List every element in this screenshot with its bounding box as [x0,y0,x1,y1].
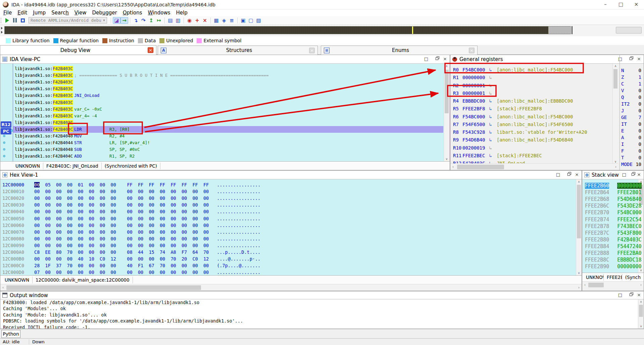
register-row[interactable]: R1000200019↳ [450,144,612,152]
hex-hscrollbar[interactable]: ‹ › [0,284,582,291]
stack-row[interactable]: FFEE2B64FFEE2B01 [582,189,644,196]
stack-row[interactable]: FFEE2B6CF543DE28 [582,203,644,209]
disasm-line[interactable]: libjavandk1.so:F42B4044STRLR, [SP,#var_4… [13,139,443,146]
stack-row[interactable]: FFEE2B78F743BEC0 [582,223,644,230]
flag-row[interactable]: A0 [620,134,644,141]
menu-item-view[interactable]: View [75,10,87,16]
menu-item-search[interactable]: Search [51,10,69,16]
stack-row[interactable]: FFEE2B9000000000 [582,263,644,270]
menu-item-file[interactable]: File [3,10,12,16]
hex-row[interactable]: 12C0000000 05 00 00 01 00 00 00 FF FF FF… [0,181,575,188]
menu-item-windows[interactable]: Windows [148,10,170,16]
close-tab-icon[interactable]: × [469,48,475,53]
disasm-line[interactable]: libjavandk1.so:F42B403C [13,65,443,72]
register-row[interactable]: R0F54BC000↳[anon:libc_malloc]:F54BC000 [450,66,612,74]
hex-row[interactable]: 12C0005000 00 00 00 00 00 00 00 00 00 00… [0,215,575,222]
disasm-line[interactable]: libjavandk1.so:F42B403C [13,119,443,126]
flag-row[interactable]: IT0 [620,121,644,127]
float-panel-icon[interactable] [627,292,632,298]
register-row[interactable]: R4EBBBDC00↳[anon:libc_malloc]:EBBBDC00 [450,97,612,105]
navigator-band[interactable] [4,26,571,34]
disasm-line[interactable]: libjavandk1.so:F42B403C [13,79,443,85]
close-button[interactable]: × [629,0,644,9]
step-over-icon[interactable]: ↷ [140,17,147,24]
close-panel-icon[interactable]: × [574,172,580,177]
start-process-icon[interactable] [3,17,11,24]
flag-row[interactable]: Q0 [620,94,644,101]
menu-item-help[interactable]: Help [176,10,188,16]
close-tab-icon[interactable]: × [309,48,315,53]
register-row[interactable]: R5FFEE2BF8↳[stack]:FFEE2BF8 [450,105,612,113]
menu-item-options[interactable]: Options [123,10,142,16]
menu-item-jump[interactable]: Jump [33,10,46,16]
breakpoint-list-icon[interactable]: ◉ [186,17,193,24]
thread-list-icon[interactable]: ▥ [174,17,182,24]
stack-hscrollbar[interactable]: ‹ › [582,281,644,288]
maximize-panel-icon[interactable]: □ [622,172,627,177]
stack-row[interactable]: FFEE2B7CF543F800 [582,230,644,236]
flag-row[interactable]: GE7 [620,114,644,121]
disasm-line[interactable]: libjavandk1.so:F42B4040MOVR2, #4 [13,133,443,139]
stack-trace-icon[interactable]: ≡ [228,17,236,24]
python-button[interactable]: Python [1,330,20,338]
maximize-panel-icon[interactable]: □ [424,56,429,62]
register-row[interactable]: R6F54BC000↳[anon:libc_malloc]:F54BC000 [450,113,612,121]
flag-row[interactable]: F0 [620,148,644,154]
run-to-cursor-icon[interactable]: ↦ [155,17,163,24]
tab-debug-view[interactable]: Debug View × [0,45,156,55]
minimize-button[interactable]: – [598,0,613,9]
hex-vscrollbar[interactable]: ∧ ∨ [576,179,582,275]
register-row[interactable]: R100000000↳ [450,74,612,81]
menu-item-edit[interactable]: Edit [17,10,27,16]
navband-scroll-thumb[interactable] [616,27,642,34]
debugger-combo[interactable]: Remote ARMLinux/Android debugger ▾ [29,17,107,23]
maximize-button[interactable]: □ [613,0,629,9]
flag-row[interactable]: T0 [620,154,644,161]
disasm-line[interactable]: libjavandk1.so:F42B403CLDRR3, [R0] [13,126,443,133]
hex-row[interactable]: 12C0004000 00 00 00 00 00 00 00 00 00 00… [0,208,575,215]
flag-row[interactable]: J0 [620,107,644,114]
continue-process-icon[interactable]: → [120,17,128,24]
disasm-line[interactable]: libjavandk1.so:F42B403C; ===============… [13,72,443,79]
close-panel-icon[interactable]: × [636,172,642,177]
run-until-return-icon[interactable]: ↥ [147,17,155,24]
stack-row[interactable]: FFEE2B70F54BC000 [582,209,644,216]
menu-item-debugger[interactable]: Debugger [92,10,117,16]
hex-row[interactable]: 12C0008000 00 00 00 00 00 00 00 00 00 00… [0,235,575,242]
disasm-line[interactable]: libjavandk1.so:F42B403C [13,85,443,92]
navband-arrow-icon[interactable] [1,31,3,34]
step-into-icon[interactable]: ↴ [132,17,140,24]
stack-row[interactable]: FFEE2B8CEBBBDC18 [582,256,644,263]
stack-row[interactable]: FFEE2B84F5447240 [582,243,644,250]
register-row[interactable]: R7F54F6500↳[anon:libc_malloc]:F54F6500 [450,121,612,128]
navband-arrow-icon[interactable] [1,27,3,30]
watches-icon[interactable]: ▦ [212,17,220,24]
hex-row[interactable]: 12C0001000 00 00 00 00 00 00 00 00 00 00… [0,188,575,195]
register-row[interactable]: R8F543C928↳libart.so:`vtable for'Writer+… [450,128,612,136]
register-row[interactable]: R11FFEE2BEC↳[stack]:FFEE2BEC [450,152,612,160]
disassembly-view[interactable]: libjavandk1.so:F42B403Clibjavandk1.so:F4… [0,64,450,161]
stop-process-icon[interactable] [19,17,27,24]
disasm-line[interactable]: libjavandk1.so:F42B403CJNI_OnLoad [13,92,443,99]
hex-row[interactable]: 12C000B000 00 00 00 40 10 C0 12 00 00 00… [0,255,575,262]
float-panel-icon[interactable] [565,172,570,177]
flag-row[interactable]: I0 [620,141,644,148]
hex-row[interactable]: 12C0003000 00 00 00 00 00 00 00 00 00 00… [0,202,575,208]
hex-row[interactable]: 12C000A0C8 EE 80 70 00 00 00 00 08 44 15… [0,249,575,255]
show-debug-view-icon[interactable]: ◪ [113,17,120,24]
close-tab-icon[interactable]: × [148,47,153,53]
hex-dump[interactable]: ∧ ∨ 12C0000000 05 00 00 01 00 00 00 FF F… [0,179,582,275]
stack-row[interactable]: FFEE2B80F42B403C [582,236,644,243]
maximize-panel-icon[interactable]: □ [617,292,623,298]
hex-row[interactable]: 12C0006000 00 00 00 00 00 00 00 00 00 00… [0,222,575,229]
registers-list[interactable]: R0F54BC000↳[anon:libc_malloc]:F54BC000R1… [450,64,612,165]
hex-row[interactable]: 12C000C028 1F 37 70 00 00 00 00 40 F1 67… [0,262,575,269]
flag-row[interactable]: MODE10 [620,161,644,168]
hex-row[interactable]: 12C0002000 00 00 00 00 00 00 00 00 00 00… [0,195,575,202]
output-vscrollbar[interactable]: ∧ ∨ [638,299,644,329]
hex-row[interactable]: 12C0009000 00 00 00 00 00 00 00 00 00 00… [0,242,575,249]
structures-window-icon[interactable]: ▣ [239,17,247,24]
disasm-line[interactable]: libjavandk1.so:F42B403C [13,99,443,106]
float-panel-icon[interactable] [629,172,634,177]
flag-row[interactable]: Z1 [620,74,644,80]
